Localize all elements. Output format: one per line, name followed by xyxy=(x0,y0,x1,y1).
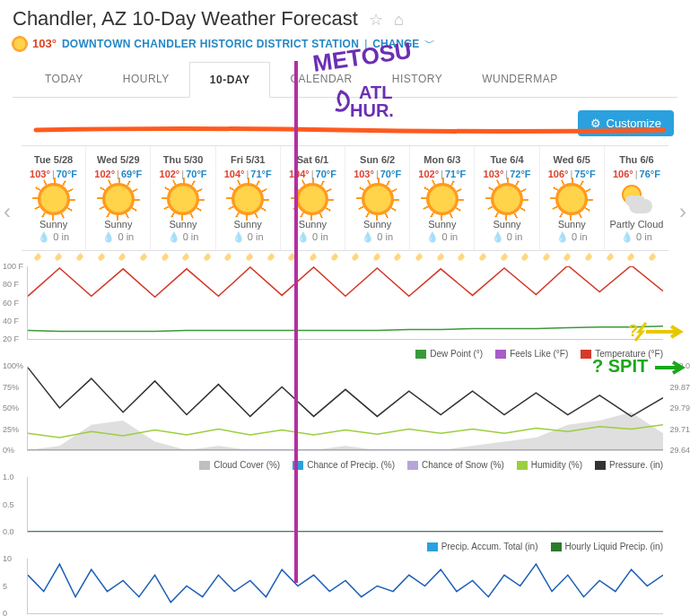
day-card[interactable]: Thu 5/30 102°|70°F Sunny 💧 0 in xyxy=(151,146,215,250)
home-icon[interactable]: ⌂ xyxy=(394,11,404,29)
day-card[interactable]: Wed 6/5 106°|75°F Sunny 💧 0 in xyxy=(540,146,605,250)
day-precip: 💧 0 in xyxy=(542,231,602,243)
tab-10day[interactable]: 10-DAY xyxy=(189,62,271,98)
day-card[interactable]: Thu 6/6 106°|76°F Partly Cloud 💧 0 in xyxy=(605,146,668,250)
day-temps: 102°|69°F xyxy=(88,169,148,179)
day-card[interactable]: Wed 5/29 102°|69°F Sunny 💧 0 in xyxy=(86,146,151,250)
day-name: Sun 6/2 xyxy=(347,154,407,165)
day-condition: Sunny xyxy=(218,219,278,230)
day-temps: 104°|70°F xyxy=(283,169,343,179)
day-precip: 💧 0 in xyxy=(412,231,472,243)
charts-area: 100 F80 F60 F40 F20 FDew Point (°)Feels … xyxy=(0,261,690,616)
star-icon[interactable]: ☆ xyxy=(369,11,383,29)
day-precip: 💧 0 in xyxy=(23,231,83,243)
day-name: Sat 6/1 xyxy=(283,154,343,165)
change-station-link[interactable]: CHANGE xyxy=(372,38,419,50)
sun-icon xyxy=(296,183,328,215)
day-condition: Sunny xyxy=(23,219,83,230)
day-temps: 103°|70°F xyxy=(23,169,83,179)
day-card[interactable]: Tue 5/28 103°|70°F Sunny 💧 0 in xyxy=(22,146,86,250)
next-arrow[interactable]: › xyxy=(679,199,686,224)
day-condition: Sunny xyxy=(542,219,602,230)
sun-icon xyxy=(167,183,199,215)
day-name: Fri 5/31 xyxy=(218,154,278,165)
sun-icon xyxy=(38,183,70,215)
day-condition: Sunny xyxy=(476,219,537,230)
customize-button[interactable]: ⚙ Customize xyxy=(578,110,674,136)
chart-0[interactable]: 100 F80 F60 F40 F20 F xyxy=(27,266,663,340)
sun-icon xyxy=(13,37,27,51)
partly-cloudy-icon xyxy=(620,183,652,215)
day-precip: 💧 0 in xyxy=(283,231,343,243)
sun-icon xyxy=(555,183,588,215)
drops-row xyxy=(22,251,668,261)
day-name: Tue 5/28 xyxy=(23,154,83,165)
sun-icon xyxy=(102,183,135,215)
sun-icon xyxy=(491,183,523,215)
day-precip: 💧 0 in xyxy=(153,231,213,243)
day-precip: 💧 0 in xyxy=(476,231,537,243)
day-temps: 102°|70°F xyxy=(153,169,213,179)
day-precip: 💧 0 in xyxy=(88,231,148,243)
day-precip: 💧 0 in xyxy=(347,231,407,243)
tab-calendar[interactable]: CALENDAR xyxy=(270,62,371,97)
tab-history[interactable]: HISTORY xyxy=(372,62,462,97)
station-link[interactable]: DOWNTOWN CHANDLER HISTORIC DISTRICT STAT… xyxy=(62,38,359,50)
chart-legend: Cloud Cover (%)Chance of Precip. (%)Chan… xyxy=(27,456,663,477)
day-condition: Sunny xyxy=(347,219,407,230)
tab-today[interactable]: TODAY xyxy=(25,62,103,97)
day-name: Wed 5/29 xyxy=(88,154,148,165)
sun-icon xyxy=(426,183,459,215)
gear-icon: ⚙ xyxy=(590,117,601,130)
day-name: Tue 6/4 xyxy=(476,154,537,165)
day-card[interactable]: Mon 6/3 102°|71°F Sunny 💧 0 in xyxy=(410,146,475,250)
day-condition: Partly Cloud xyxy=(607,219,667,230)
day-name: Thu 6/6 xyxy=(607,154,667,165)
day-condition: Sunny xyxy=(88,219,148,230)
sun-icon xyxy=(231,183,264,215)
tab-hourly[interactable]: HOURLY xyxy=(103,62,189,97)
day-temps: 106°|75°F xyxy=(542,169,602,179)
chart-1[interactable]: 100%75%50%25%0%30.029.8729.7929.7129.64 xyxy=(27,366,663,451)
day-temps: 102°|71°F xyxy=(412,169,472,179)
day-temps: 106°|76°F xyxy=(607,169,667,179)
day-name: Thu 5/30 xyxy=(153,154,213,165)
day-temps: 104°|71°F xyxy=(218,169,278,179)
day-card[interactable]: Tue 6/4 103°|72°F Sunny 💧 0 in xyxy=(475,146,539,250)
forecast-days: Tue 5/28 103°|70°F Sunny 💧 0 inWed 5/29 … xyxy=(22,145,668,251)
current-temp: 103° xyxy=(32,37,57,50)
chart-legend: Precip. Accum. Total (in)Hourly Liquid P… xyxy=(27,538,663,559)
sun-icon xyxy=(362,183,394,215)
chart-legend: Dew Point (°)Feels Like (°F)Temperature … xyxy=(27,345,663,366)
chart-3[interactable]: 1050 xyxy=(27,559,663,614)
tab-wundermap[interactable]: WUNDERMAP xyxy=(462,62,578,97)
day-card[interactable]: Sun 6/2 103°|70°F Sunny 💧 0 in xyxy=(345,146,410,250)
chart-2[interactable]: 1.00.50.0 xyxy=(27,477,663,533)
tabs: TODAY HOURLY 10-DAY CALENDAR HISTORY WUN… xyxy=(13,62,677,98)
day-card[interactable]: Sat 6/1 104°|70°F Sunny 💧 0 in xyxy=(281,146,345,250)
day-condition: Sunny xyxy=(412,219,472,230)
day-name: Wed 6/5 xyxy=(542,154,602,165)
day-condition: Sunny xyxy=(153,219,213,230)
prev-arrow[interactable]: ‹ xyxy=(4,199,11,224)
day-precip: 💧 0 in xyxy=(218,231,278,243)
day-precip: 💧 0 in xyxy=(607,231,667,243)
day-condition: Sunny xyxy=(283,219,343,230)
day-temps: 103°|72°F xyxy=(476,169,537,179)
day-name: Mon 6/3 xyxy=(412,154,472,165)
day-card[interactable]: Fri 5/31 104°|71°F Sunny 💧 0 in xyxy=(216,146,281,250)
chevron-down-icon[interactable]: ﹀ xyxy=(424,36,435,51)
day-temps: 103°|70°F xyxy=(347,169,407,179)
page-title: Chandler, AZ 10-Day Weather Forecast ☆ ⌂ xyxy=(13,7,677,30)
